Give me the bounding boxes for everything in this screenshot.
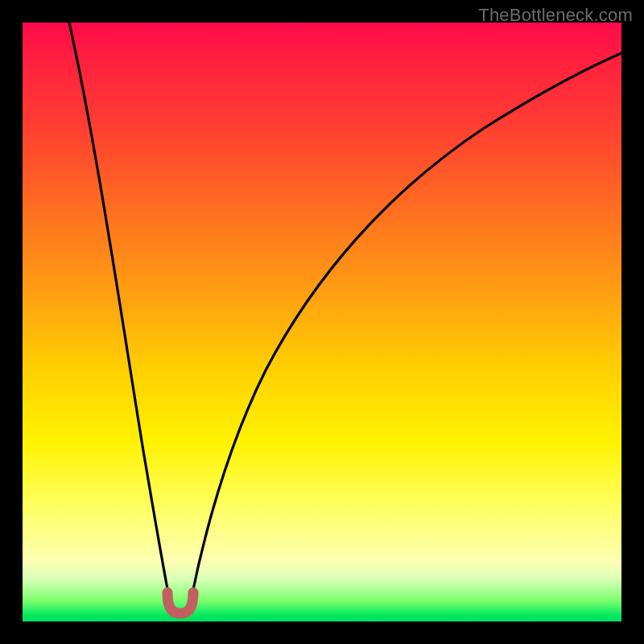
min-marker bbox=[167, 592, 193, 613]
bottleneck-curve-right bbox=[192, 53, 621, 597]
curve-layer bbox=[0, 0, 644, 644]
bottleneck-curve-left bbox=[69, 23, 169, 597]
watermark-text: TheBottleneck.com bbox=[478, 5, 633, 26]
outer-frame: TheBottleneck.com bbox=[0, 0, 644, 644]
